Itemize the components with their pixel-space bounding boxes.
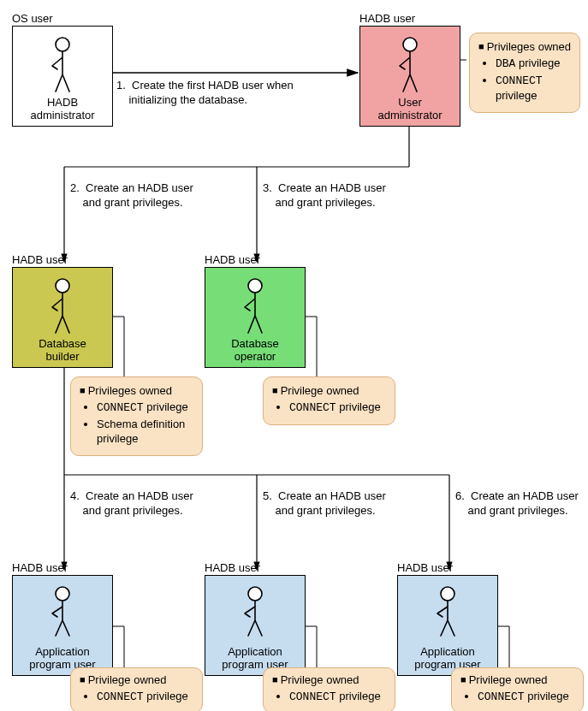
user-admin-priv-box: Privileges owned DBA privilege CONNECTpr…	[469, 33, 580, 113]
hadb-admin-role: HADBadministrator	[13, 97, 112, 122]
priv-item: CONNECT privilege	[289, 690, 386, 705]
priv-item: CONNECT privilege	[289, 400, 386, 416]
app-user-box-1: Applicationprogram user	[12, 575, 113, 676]
priv-item: CONNECT privilege	[97, 400, 193, 416]
hadb-user-label-1: HADB user	[359, 12, 415, 25]
svg-point-29	[56, 279, 69, 293]
step-2-text: 2. Create an HADB user and grant privile…	[70, 181, 193, 210]
priv-title: Privilege owned	[272, 384, 386, 397]
priv-item: CONNECT privilege	[478, 690, 574, 705]
user-admin-role: Useradministrator	[360, 97, 460, 122]
app-priv-box-3: Privilege owned CONNECT privilege	[451, 667, 584, 711]
db-operator-box: Databaseoperator	[205, 267, 306, 368]
db-operator-priv-box: Privilege owned CONNECT privilege	[263, 376, 395, 425]
app-user-box-3: Applicationprogram user	[397, 575, 498, 676]
person-icon	[47, 586, 78, 637]
hadb-user-label-6: HADB user	[397, 561, 453, 574]
person-icon	[47, 37, 78, 93]
priv-title: Privilege owned	[80, 673, 193, 686]
person-icon	[240, 278, 270, 335]
app-priv-box-1: Privilege owned CONNECT privilege	[70, 667, 203, 711]
step-6-text: 6. Create an HADB user and grant privile…	[455, 489, 579, 518]
svg-point-33	[441, 587, 454, 601]
user-admin-box: Useradministrator	[359, 26, 460, 127]
person-icon	[47, 278, 78, 335]
priv-item: DBA privilege	[496, 56, 571, 72]
person-icon	[240, 586, 270, 637]
svg-point-30	[248, 279, 262, 293]
priv-title: Privileges owned	[478, 40, 571, 53]
db-builder-priv-box: Privileges owned CONNECT privilege Schem…	[70, 376, 203, 456]
hadb-admin-box: HADBadministrator	[12, 26, 113, 127]
db-operator-role: Databaseoperator	[205, 338, 305, 364]
priv-item: CONNECTprivilege	[496, 74, 571, 104]
os-user-label: OS user	[12, 12, 53, 25]
diagram-canvas: OS user HADBadministrator 1. Create the …	[0, 0, 588, 711]
hadb-user-label-3: HADB user	[205, 253, 260, 266]
step-1-text: 1. Create the first HADB user when initi…	[116, 79, 294, 108]
priv-item: Schema definitionprivilege	[97, 418, 193, 447]
svg-point-28	[403, 38, 417, 51]
priv-title: Privilege owned	[272, 673, 386, 686]
db-builder-box: Databasebuilder	[12, 267, 113, 368]
app-priv-box-2: Privilege owned CONNECT privilege	[263, 667, 395, 711]
step-3-text: 3. Create an HADB user and grant privile…	[263, 181, 386, 210]
priv-title: Privileges owned	[80, 384, 193, 397]
svg-point-31	[56, 587, 69, 601]
priv-title: Privilege owned	[460, 673, 574, 686]
priv-item: CONNECT privilege	[97, 690, 193, 705]
person-icon	[395, 37, 425, 93]
hadb-user-label-5: HADB user	[205, 561, 260, 574]
hadb-user-label-2: HADB user	[12, 253, 68, 266]
step-4-text: 4. Create an HADB user and grant privile…	[70, 489, 193, 518]
person-icon	[432, 586, 463, 637]
svg-point-32	[248, 587, 262, 601]
app-user-box-2: Applicationprogram user	[205, 575, 306, 676]
db-builder-role: Databasebuilder	[13, 338, 112, 364]
step-5-text: 5. Create an HADB user and grant privile…	[263, 489, 386, 518]
svg-point-27	[56, 38, 69, 51]
hadb-user-label-4: HADB user	[12, 561, 68, 574]
